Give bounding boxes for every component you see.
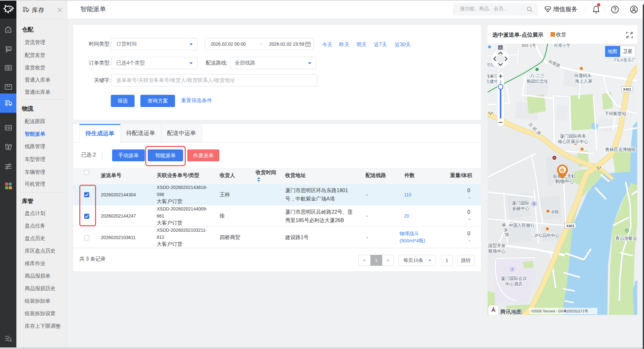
svg-text:海峯汇: 海峯汇 [488, 74, 498, 78]
svg-text:厦门国际商务: 厦门国际商务 [560, 134, 587, 139]
svg-text:中心酒店: 中心酒店 [505, 282, 523, 286]
svg-text:JFC品尚中心: JFC品尚中心 [534, 233, 560, 238]
svg-text:北: 北 [499, 46, 502, 49]
svg-text:X401: X401 [566, 224, 575, 228]
svg-text:香山游艇会: 香山游艇会 [615, 236, 637, 241]
svg-text:何厝小学: 何厝小学 [553, 44, 570, 48]
svg-text:奥林匹克博物馆: 奥林匹克博物馆 [605, 147, 636, 152]
svg-text:B馆: B馆 [551, 210, 559, 214]
svg-text:核心区展示中心: 核心区展示中心 [558, 139, 588, 144]
svg-text:购物中心: 购物中心 [555, 179, 574, 184]
svg-text:地图: 地图 [607, 49, 617, 54]
svg-text:FILA斐乐广: FILA斐乐广 [614, 58, 636, 62]
svg-text:金融中心: 金融中心 [512, 206, 530, 211]
svg-text:厦门国际: 厦门国际 [512, 201, 530, 205]
svg-text:卫星: 卫星 [623, 49, 632, 54]
svg-text:393-1号: 393-1号 [521, 44, 536, 48]
svg-text:X401: X401 [623, 87, 631, 91]
svg-text:©2026 Tencent - GS粤(2023)1171号: ©2026 Tencent - GS粤(2023)1171号 [531, 309, 588, 313]
svg-text:海上人家: 海上人家 [575, 79, 593, 84]
svg-text:收: 收 [560, 167, 565, 173]
svg-text:腾讯地图: 腾讯地图 [500, 309, 522, 315]
svg-text:中国人民银行: 中国人民银行 [509, 223, 535, 228]
svg-text:厦门国际会议: 厦门国际会议 [501, 276, 527, 281]
svg-text:下何船管站: 下何船管站 [604, 111, 626, 116]
svg-text:何厝码头·: 何厝码头· [574, 73, 593, 78]
svg-text:炮战纪念址: 炮战纪念址 [526, 79, 548, 84]
svg-text:国贸开发·: 国贸开发· [488, 243, 507, 248]
svg-text:银领中心: 银领中心 [488, 249, 506, 254]
svg-text:八·二三: 八·二三 [530, 73, 545, 78]
svg-text:生建中: 生建中 [488, 79, 498, 84]
